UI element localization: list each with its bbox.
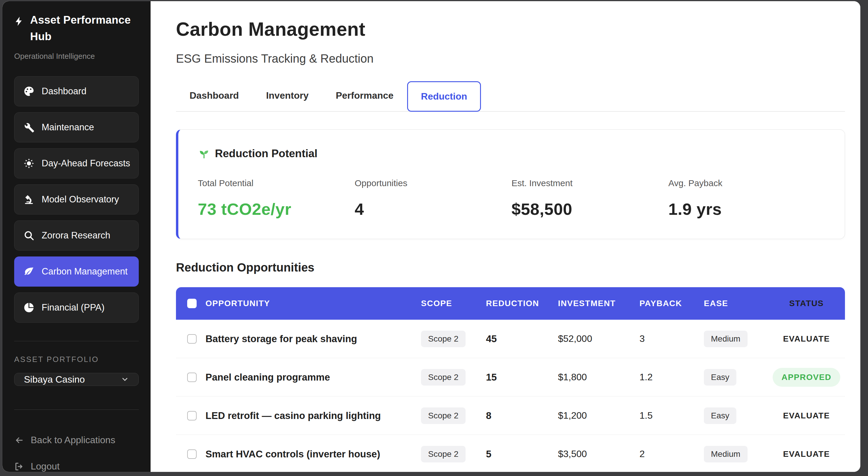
- reduction-value: 15: [486, 372, 558, 383]
- ease-badge: Medium: [704, 331, 748, 347]
- gauge-palette-icon: [23, 86, 35, 97]
- asset-portfolio-label: ASSET PORTFOLIO: [14, 355, 139, 364]
- sidebar-item-maintenance[interactable]: Maintenance: [14, 112, 139, 142]
- metric-label: Opportunities: [354, 178, 512, 188]
- investment-value: $52,000: [558, 333, 640, 344]
- tab-dashboard[interactable]: Dashboard: [176, 82, 252, 111]
- col-payback: PAYBACK: [640, 299, 704, 308]
- scope-badge: Scope 2: [421, 408, 466, 424]
- row-checkbox[interactable]: [187, 334, 197, 344]
- sidebar-item-label: Dashboard: [42, 86, 87, 97]
- table-row: Panel cleaning programme Scope 2 15 $1,8…: [176, 358, 845, 396]
- status-badge[interactable]: EVALUATE: [783, 411, 830, 420]
- summary-metrics: Total Potential 73 tCO2e/yr Opportunitie…: [198, 178, 825, 219]
- row-checkbox[interactable]: [187, 411, 197, 420]
- payback-value: 1.5: [640, 410, 704, 421]
- ease-badge: Easy: [704, 408, 736, 424]
- sidebar-divider: [14, 410, 139, 410]
- payback-value: 1.2: [640, 372, 704, 383]
- reduction-value: 45: [486, 333, 558, 345]
- opportunity-name: Panel cleaning programme: [206, 372, 421, 383]
- tab-bar: Dashboard Inventory Performance Reductio…: [176, 81, 845, 112]
- row-checkbox[interactable]: [187, 373, 197, 382]
- opportunity-name: Battery storage for peak shaving: [206, 333, 421, 345]
- metric-label: Avg. Payback: [669, 178, 825, 188]
- scope-badge: Scope 2: [421, 446, 466, 463]
- payback-value: 3: [640, 333, 704, 344]
- tab-inventory[interactable]: Inventory: [252, 82, 322, 111]
- sidebar-item-label: Carbon Management: [42, 266, 128, 277]
- tab-reduction[interactable]: Reduction: [407, 81, 481, 112]
- investment-value: $1,200: [558, 410, 640, 421]
- sidebar-nav: Dashboard Maintenance Day-Ahead Forecast…: [14, 76, 139, 323]
- col-investment: INVESTMENT: [558, 299, 640, 308]
- metric-total-potential: Total Potential 73 tCO2e/yr: [198, 178, 354, 219]
- sidebar-item-day-ahead-forecasts[interactable]: Day-Ahead Forecasts: [14, 148, 139, 178]
- opportunity-name: Smart HVAC controls (inverter house): [206, 448, 421, 460]
- select-all-checkbox[interactable]: [187, 299, 197, 308]
- pie-chart-icon: [23, 302, 35, 313]
- table-header-row: OPPORTUNITY SCOPE REDUCTION INVESTMENT P…: [176, 287, 845, 320]
- back-to-applications-link[interactable]: Back to Applications: [14, 435, 139, 446]
- sun-icon: [23, 158, 35, 169]
- back-to-applications-label: Back to Applications: [31, 435, 115, 446]
- leaf-icon: [23, 266, 35, 277]
- page-title: Carbon Management: [176, 18, 845, 40]
- app-brand: Asset Performance Hub: [14, 12, 139, 44]
- asset-portfolio-select[interactable]: Sibaya Casino: [14, 373, 139, 386]
- app-window: Asset Performance Hub Operational Intell…: [2, 1, 860, 472]
- metric-est-investment: Est. Investment $58,500: [512, 178, 669, 219]
- opportunities-table: OPPORTUNITY SCOPE REDUCTION INVESTMENT P…: [176, 287, 845, 472]
- sidebar-item-label: Maintenance: [42, 122, 94, 133]
- opportunities-section-title: Reduction Opportunities: [176, 261, 845, 274]
- card-title: Reduction Potential: [215, 147, 317, 160]
- sidebar-item-label: Financial (PPA): [42, 302, 104, 313]
- metric-label: Total Potential: [198, 178, 354, 188]
- sidebar-item-label: Day-Ahead Forecasts: [42, 158, 130, 169]
- metric-value: $58,500: [512, 200, 669, 219]
- table-row: LED retrofit — casino parking lighting S…: [176, 396, 845, 435]
- main-content: Carbon Management ESG Emissions Tracking…: [151, 1, 860, 472]
- metric-label: Est. Investment: [512, 178, 669, 188]
- reduction-value: 8: [486, 410, 558, 421]
- logout-link[interactable]: Logout: [14, 461, 139, 472]
- sidebar-item-label: Model Observatory: [42, 194, 119, 205]
- magnifier-icon: [23, 230, 35, 241]
- sidebar-item-label: Zorora Research: [42, 230, 111, 241]
- scope-badge: Scope 2: [421, 369, 466, 386]
- sidebar-item-model-observatory[interactable]: Model Observatory: [14, 184, 139, 214]
- status-badge[interactable]: EVALUATE: [783, 449, 830, 459]
- sidebar-item-zorora-research[interactable]: Zorora Research: [14, 220, 139, 250]
- seedling-icon: [198, 147, 210, 160]
- status-badge[interactable]: APPROVED: [773, 368, 840, 387]
- opportunity-name: LED retrofit — casino parking lighting: [206, 410, 421, 421]
- table-row: Battery storage for peak shaving Scope 2…: [176, 320, 845, 358]
- wrench-icon: [23, 122, 35, 133]
- tab-performance[interactable]: Performance: [322, 82, 407, 111]
- investment-value: $3,500: [558, 448, 640, 459]
- investment-value: $1,800: [558, 372, 640, 383]
- metric-value: 1.9 yrs: [669, 200, 825, 219]
- table-row: Smart HVAC controls (inverter house) Sco…: [176, 435, 845, 472]
- sidebar-item-carbon-management[interactable]: Carbon Management: [14, 257, 139, 287]
- ease-badge: Medium: [704, 446, 748, 463]
- status-badge[interactable]: EVALUATE: [783, 334, 830, 344]
- sidebar-divider: [14, 341, 139, 341]
- ease-badge: Easy: [704, 369, 736, 386]
- col-reduction: REDUCTION: [486, 299, 558, 308]
- sidebar-item-financial-ppa[interactable]: Financial (PPA): [14, 293, 139, 323]
- payback-value: 2: [640, 448, 704, 459]
- arrow-left-icon: [14, 435, 24, 445]
- microscope-icon: [23, 194, 35, 205]
- logout-label: Logout: [31, 461, 60, 472]
- col-opportunity: OPPORTUNITY: [206, 299, 421, 308]
- sidebar-item-dashboard[interactable]: Dashboard: [14, 76, 139, 107]
- sidebar: Asset Performance Hub Operational Intell…: [2, 1, 151, 472]
- logout-icon: [14, 462, 24, 472]
- col-scope: SCOPE: [421, 299, 486, 308]
- app-title: Asset Performance Hub: [30, 12, 139, 44]
- asset-portfolio-value: Sibaya Casino: [24, 374, 85, 385]
- col-ease: EASE: [704, 299, 768, 308]
- row-checkbox[interactable]: [187, 449, 197, 459]
- app-subtitle: Operational Intelligence: [14, 52, 139, 61]
